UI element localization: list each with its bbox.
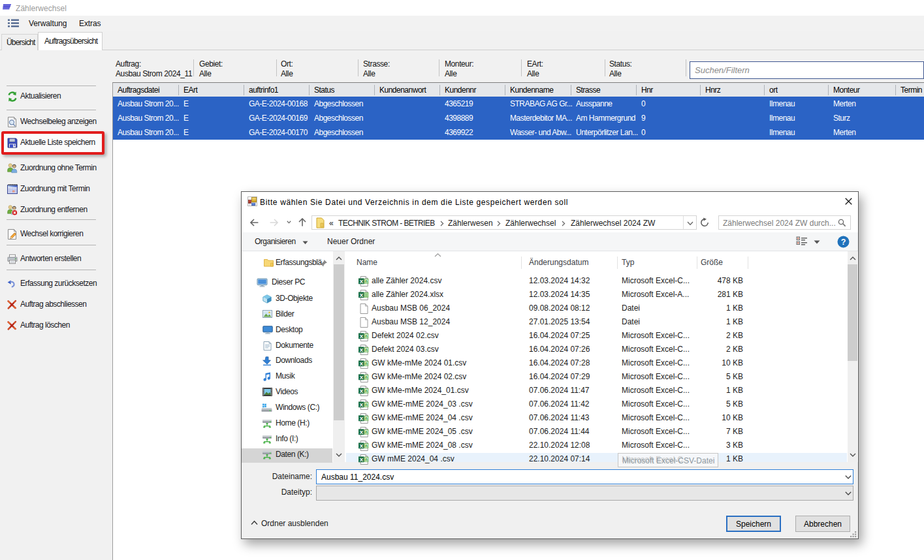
svg-text:a: a	[365, 279, 368, 283]
svg-text:a: a	[365, 334, 368, 338]
svg-text:a: a	[365, 347, 368, 352]
svg-text:?: ?	[841, 238, 846, 247]
svg-text:X: X	[360, 361, 364, 367]
svg-text:a: a	[365, 375, 368, 379]
svg-text:a: a	[365, 388, 368, 393]
svg-text:X: X	[360, 416, 364, 422]
svg-text:a: a	[365, 361, 368, 366]
svg-text:X: X	[360, 279, 364, 285]
svg-text:X: X	[360, 375, 364, 381]
svg-text:a: a	[365, 457, 368, 461]
svg-text:X: X	[360, 347, 364, 353]
svg-text:a: a	[365, 443, 368, 448]
svg-text:X: X	[360, 443, 364, 449]
svg-text:X: X	[360, 457, 364, 463]
svg-text:X: X	[360, 388, 364, 394]
svg-text:a: a	[365, 402, 368, 407]
svg-text:X: X	[360, 429, 364, 435]
svg-text:a: a	[365, 429, 368, 434]
svg-text:X: X	[360, 402, 364, 408]
svg-text:X: X	[360, 334, 364, 339]
svg-text:a: a	[365, 416, 368, 420]
svg-text:X: X	[360, 292, 364, 298]
